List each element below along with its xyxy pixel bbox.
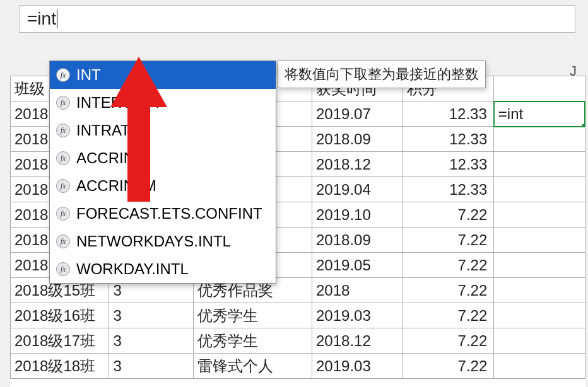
cell[interactable]: 3 bbox=[109, 354, 193, 379]
cell[interactable] bbox=[494, 202, 585, 228]
cell[interactable]: 2018级16班 bbox=[11, 303, 109, 328]
fx-icon: fx bbox=[56, 262, 70, 276]
fx-icon: fx bbox=[56, 207, 70, 221]
autocomplete-item-networkdays-intl[interactable]: fxNETWORKDAYS.INTL bbox=[50, 228, 276, 255]
cell[interactable]: 2018 bbox=[312, 278, 403, 303]
autocomplete-label: INTERCEPT bbox=[76, 94, 162, 112]
cell[interactable]: 优秀学生 bbox=[193, 328, 312, 354]
cell[interactable]: 2018.12 bbox=[312, 152, 403, 177]
autocomplete-item-accrint[interactable]: fxACCRINT bbox=[50, 144, 276, 172]
cell[interactable] bbox=[494, 177, 585, 202]
autocomplete-item-int[interactable]: fxINT bbox=[50, 61, 276, 89]
table-row: 2018级16班3优秀学生2019.037.22 bbox=[11, 303, 585, 328]
cell[interactable]: 2019.03 bbox=[312, 354, 403, 379]
formula-text: =int bbox=[27, 9, 56, 29]
autocomplete-item-intercept[interactable]: fxINTERCEPT bbox=[50, 89, 276, 117]
cell[interactable]: 2019.04 bbox=[312, 177, 403, 202]
cell[interactable]: 2019.07 bbox=[312, 101, 403, 127]
cell[interactable]: 3 bbox=[109, 303, 193, 328]
fx-icon: fx bbox=[56, 124, 70, 137]
autocomplete-item-workday-intl[interactable]: fxWORKDAY.INTL bbox=[50, 255, 276, 283]
fx-icon: fx bbox=[56, 151, 70, 165]
table-row: 2018级18班3雷锋式个人2019.037.22 bbox=[11, 354, 585, 379]
function-tooltip: 将数值向下取整为最接近的整数 bbox=[278, 61, 486, 88]
cell[interactable]: 3 bbox=[109, 328, 193, 354]
autocomplete-label: NETWORKDAYS.INTL bbox=[76, 233, 231, 250]
cell[interactable] bbox=[494, 354, 585, 379]
cell[interactable] bbox=[494, 228, 585, 253]
cell[interactable] bbox=[494, 127, 585, 152]
cell[interactable]: 7.22 bbox=[403, 354, 494, 379]
cell[interactable] bbox=[494, 303, 585, 328]
text-cursor bbox=[57, 9, 57, 28]
active-cell[interactable]: =int bbox=[494, 101, 585, 127]
fx-icon: fx bbox=[56, 68, 70, 82]
cell[interactable]: 12.33 bbox=[403, 177, 494, 202]
cell[interactable]: 2018.09 bbox=[312, 228, 403, 253]
cell[interactable]: 2018.09 bbox=[312, 127, 403, 152]
cell[interactable]: 7.22 bbox=[403, 278, 494, 303]
autocomplete-label: INTRATE bbox=[76, 122, 140, 139]
fx-icon: fx bbox=[56, 234, 70, 248]
autocomplete-item-intrate[interactable]: fxINTRATE bbox=[50, 117, 276, 144]
function-autocomplete[interactable]: fxINTfxINTERCEPTfxINTRATEfxACCRINTfxACCR… bbox=[49, 61, 276, 284]
cell[interactable]: 7.22 bbox=[403, 303, 494, 328]
header-cell[interactable] bbox=[494, 76, 585, 101]
cell[interactable] bbox=[494, 328, 585, 354]
cell[interactable]: 优秀学生 bbox=[193, 303, 312, 328]
autocomplete-label: INT bbox=[76, 66, 101, 84]
autocomplete-item-accrintm[interactable]: fxACCRINTM bbox=[50, 172, 276, 200]
cell[interactable] bbox=[494, 152, 585, 177]
cell[interactable]: 2019.03 bbox=[312, 303, 403, 328]
cell[interactable]: 12.33 bbox=[403, 101, 494, 127]
autocomplete-label: ACCRINT bbox=[76, 149, 144, 167]
cell[interactable]: 12.33 bbox=[403, 127, 494, 152]
cell[interactable]: 12.33 bbox=[403, 152, 494, 177]
cell[interactable]: 7.22 bbox=[403, 228, 494, 253]
cell[interactable]: 2019.05 bbox=[312, 253, 403, 278]
cell[interactable] bbox=[494, 253, 585, 278]
fx-icon: fx bbox=[56, 179, 70, 193]
cell[interactable]: 2019.10 bbox=[312, 202, 403, 228]
table-row: 2018级17班3优秀学生2018.127.22 bbox=[11, 328, 585, 354]
autocomplete-label: WORKDAY.INTL bbox=[76, 260, 189, 278]
cell[interactable]: 雷锋式个人 bbox=[193, 354, 312, 379]
cell[interactable]: 7.22 bbox=[403, 253, 494, 278]
autocomplete-item-forecast-ets-confint[interactable]: fxFORECAST.ETS.CONFINT bbox=[50, 200, 276, 228]
autocomplete-label: FORECAST.ETS.CONFINT bbox=[76, 205, 262, 222]
autocomplete-label: ACCRINTM bbox=[76, 177, 156, 195]
cell[interactable] bbox=[494, 278, 585, 303]
cell[interactable]: 7.22 bbox=[403, 328, 494, 354]
cell[interactable]: 2018级17班 bbox=[11, 328, 109, 354]
formula-bar[interactable]: =int bbox=[19, 5, 575, 33]
cell[interactable]: 2018级18班 bbox=[11, 354, 109, 379]
fx-icon: fx bbox=[56, 96, 70, 110]
cell[interactable]: 2018.12 bbox=[312, 328, 403, 354]
cell[interactable]: 7.22 bbox=[403, 202, 494, 228]
